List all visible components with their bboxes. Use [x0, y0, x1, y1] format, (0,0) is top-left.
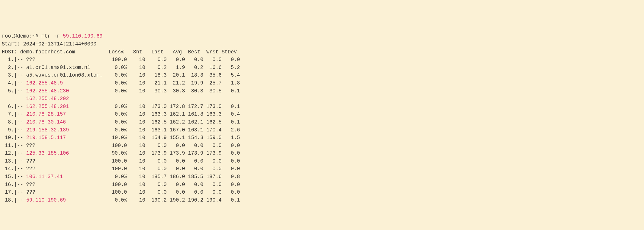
- table-row: 3.|-- a5.waves.cr01.lon08.xtom. 0.0% 10 …: [2, 71, 642, 79]
- hop-host-name: ???: [26, 158, 35, 164]
- hop-host-ip: 162.255.48.202: [26, 96, 69, 102]
- table-row: 6.|-- 162.255.48.201 0.0% 10 173.0 172.8…: [2, 103, 642, 111]
- table-row: 9.|-- 219.158.32.189 0.0% 10 163.1 167.0…: [2, 126, 642, 134]
- table-row: 7.|-- 210.78.28.157 0.0% 10 163.3 162.1 …: [2, 110, 642, 118]
- hop-host-ip: 210.78.30.146: [26, 119, 66, 125]
- command-text: mtr -r: [41, 33, 63, 39]
- hop-host-ip: 219.158.5.117: [26, 135, 66, 141]
- hop-host-name: ???: [26, 143, 35, 148]
- hop-host-ip: 210.78.28.157: [26, 111, 66, 117]
- hop-host-name: a1.cr01.ams01.xtom.nl: [26, 65, 90, 70]
- table-header: HOST: demo.faconhost.com Loss% Snt Last …: [2, 48, 642, 56]
- hop-host-ip: 162.255.48.9: [26, 80, 63, 86]
- table-row: 1.|-- ??? 100.0 10 0.0 0.0 0.0 0.0 0.0: [2, 56, 642, 64]
- table-row: 15.|-- 106.11.37.41 0.0% 10 185.7 186.0 …: [2, 173, 642, 181]
- start-time-line: Start: 2024-02-13T14:21:44+0000: [2, 40, 642, 48]
- table-row: 10.|-- 219.158.5.117 10.0% 10 154.9 155.…: [2, 134, 642, 142]
- target-ip: 59.110.190.69: [63, 33, 102, 39]
- hop-host-name: ???: [26, 182, 35, 187]
- hop-host-ip: 125.33.185.106: [26, 150, 69, 156]
- table-row: 4.|-- 162.255.48.9 0.0% 10 21.1 21.2 19.…: [2, 79, 642, 87]
- hop-host-ip: 106.11.37.41: [26, 174, 63, 180]
- hop-host-name: ???: [26, 166, 35, 172]
- table-row: 8.|-- 210.78.30.146 0.0% 10 162.5 162.2 …: [2, 118, 642, 126]
- hop-host-name: a5.waves.cr01.lon08.xtom.: [26, 72, 102, 78]
- table-row: 2.|-- a1.cr01.ams01.xtom.nl 0.0% 10 0.2 …: [2, 64, 642, 72]
- table-row-extra: 162.255.48.202: [2, 95, 642, 103]
- table-row: 16.|-- ??? 100.0 10 0.0 0.0 0.0 0.0 0.0: [2, 181, 642, 189]
- hop-host-name: ???: [26, 57, 35, 62]
- hop-host-ip: 162.255.48.230: [26, 88, 69, 94]
- table-row: 14.|-- ??? 100.0 10 0.0 0.0 0.0 0.0 0.0: [2, 165, 642, 173]
- table-row: 5.|-- 162.255.48.230 0.0% 10 30.3 30.3 3…: [2, 87, 642, 95]
- table-row: 11.|-- ??? 100.0 10 0.0 0.0 0.0 0.0 0.0: [2, 142, 642, 150]
- table-row: 12.|-- 125.33.185.106 90.0% 10 173.9 173…: [2, 149, 642, 157]
- hop-host-ip: 162.255.48.201: [26, 104, 69, 109]
- hop-host-ip: 219.158.32.189: [26, 127, 69, 133]
- command-line: root@demo:~# mtr -r 59.110.190.69: [2, 32, 642, 40]
- hop-host-name: ???: [26, 189, 35, 195]
- table-row: 17.|-- ??? 100.0 10 0.0 0.0 0.0 0.0 0.0: [2, 188, 642, 196]
- table-row: 13.|-- ??? 100.0 10 0.0 0.0 0.0 0.0 0.0: [2, 157, 642, 165]
- prompt: root@demo:~#: [2, 33, 41, 39]
- hop-host-ip: 59.110.190.69: [26, 197, 66, 203]
- terminal-output: root@demo:~# mtr -r 59.110.190.69Start: …: [2, 32, 642, 204]
- table-row: 18.|-- 59.110.190.69 0.0% 10 190.2 190.2…: [2, 196, 642, 204]
